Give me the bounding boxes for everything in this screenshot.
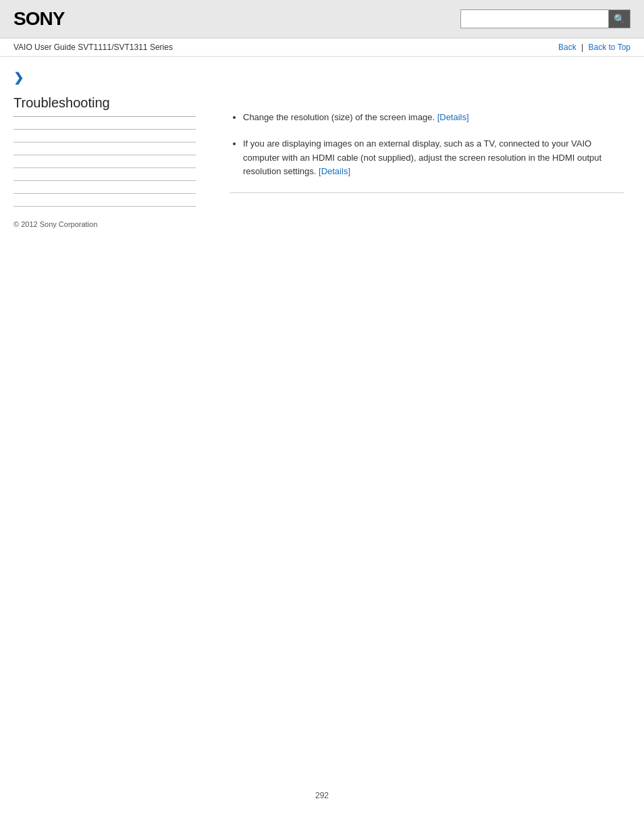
content-item-2-details-link[interactable]: [Details] [319, 166, 350, 176]
search-area: 🔍 [460, 9, 630, 28]
page-number: 292 [315, 791, 329, 800]
sidebar-dividers [14, 129, 196, 207]
content-item-1-details-link[interactable]: [Details] [437, 112, 469, 122]
list-item: If you are displaying images on an exter… [243, 137, 624, 179]
sidebar-divider-4 [14, 167, 196, 168]
nav-bar: VAIO User Guide SVT1111/SVT1311 Series B… [0, 38, 644, 57]
main-layout: ❯ Troubleshooting © 2012 Sony Corporatio… [0, 57, 644, 242]
content-divider [230, 192, 624, 193]
sidebar-divider-5 [14, 180, 196, 181]
search-icon: 🔍 [614, 14, 625, 24]
chevron-icon: ❯ [14, 70, 196, 85]
sidebar-divider-2 [14, 142, 196, 142]
page-footer: 292 [0, 777, 644, 814]
content-item-2-text: If you are displaying images on an exter… [243, 138, 601, 177]
sidebar: ❯ Troubleshooting © 2012 Sony Corporatio… [0, 57, 209, 242]
content-list: Change the resolution (size) of the scre… [230, 111, 624, 179]
nav-links: Back | Back to Top [558, 43, 630, 52]
back-link[interactable]: Back [558, 43, 576, 52]
page-header: SONY 🔍 [0, 0, 644, 38]
sidebar-divider-3 [14, 155, 196, 155]
list-item: Change the resolution (size) of the scre… [243, 111, 624, 125]
content-area: Change the resolution (size) of the scre… [209, 57, 644, 242]
sidebar-divider-1 [14, 129, 196, 130]
copyright-text: © 2012 Sony Corporation [14, 220, 196, 228]
sony-logo: SONY [14, 8, 64, 30]
content-item-1-text: Change the resolution (size) of the scre… [243, 112, 435, 122]
search-input[interactable] [460, 9, 609, 28]
guide-title: VAIO User Guide SVT1111/SVT1311 Series [14, 43, 173, 52]
sidebar-title: Troubleshooting [14, 95, 196, 117]
back-to-top-link[interactable]: Back to Top [589, 43, 630, 52]
nav-separator: | [581, 43, 585, 52]
sidebar-divider-6 [14, 193, 196, 194]
sidebar-divider-7 [14, 206, 196, 207]
search-button[interactable]: 🔍 [609, 9, 630, 28]
